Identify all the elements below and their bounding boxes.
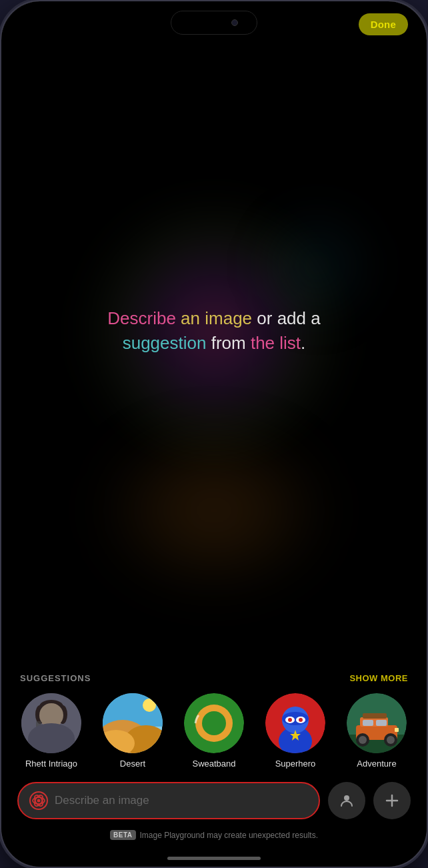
svg-point-18 xyxy=(202,711,226,735)
suggestion-name-rhett: Rhett Intriago xyxy=(25,759,77,769)
prompt-word-describe: Describe xyxy=(107,308,181,328)
svg-point-2 xyxy=(39,704,63,728)
svg-point-45 xyxy=(344,795,349,801)
svg-point-25 xyxy=(288,718,292,722)
svg-rect-34 xyxy=(376,720,387,726)
avatar-sweatband xyxy=(184,693,244,753)
home-indicator xyxy=(167,857,261,860)
suggestion-name-adventure: Adventure xyxy=(357,759,396,769)
phone-frame: Done Describe an image or add asuggestio… xyxy=(0,0,428,868)
suggestion-item-adventure[interactable]: Adventure xyxy=(340,693,413,769)
suggestions-label: SUGGESTIONS xyxy=(20,673,91,683)
show-more-button[interactable]: SHOW MORE xyxy=(349,673,408,683)
glow-bg-orange xyxy=(97,427,331,594)
done-button[interactable]: Done xyxy=(359,13,408,35)
person-icon xyxy=(339,793,355,809)
suggestion-name-desert: Desert xyxy=(120,759,145,769)
sparkle-icon xyxy=(29,791,48,810)
beta-text: Image Playground may create unexpected r… xyxy=(140,831,318,840)
describe-input-wrapper xyxy=(17,782,320,819)
avatar-superhero xyxy=(265,693,325,753)
avatar-adventure xyxy=(347,693,407,753)
suggestion-item-sweatband[interactable]: Sweatband xyxy=(177,693,251,769)
svg-point-36 xyxy=(359,736,367,744)
bottom-panel: SUGGESTIONS SHOW MORE xyxy=(1,660,427,867)
screen: Done Describe an image or add asuggestio… xyxy=(1,1,427,867)
camera-dot xyxy=(231,19,238,26)
prompt-text: Describe an image or add asuggestion fro… xyxy=(74,306,353,355)
prompt-word-image: an image xyxy=(181,308,252,328)
svg-point-7 xyxy=(51,713,61,722)
svg-point-38 xyxy=(387,736,395,744)
svg-point-5 xyxy=(58,705,67,724)
input-row xyxy=(15,782,413,827)
prompt-period: . xyxy=(301,333,305,353)
svg-point-6 xyxy=(42,713,51,722)
suggestion-item-desert[interactable]: Desert xyxy=(96,693,169,769)
suggestions-header: SUGGESTIONS SHOW MORE xyxy=(15,660,413,693)
suggestions-row: Rhett Intriago xyxy=(15,693,413,782)
svg-point-44 xyxy=(37,799,41,803)
main-content: Describe an image or add asuggestion fro… xyxy=(1,1,427,867)
svg-point-3 xyxy=(39,700,63,713)
person-button[interactable] xyxy=(328,782,365,819)
describe-input[interactable] xyxy=(55,794,308,807)
dynamic-island xyxy=(171,11,257,35)
suggestion-item-rhett[interactable]: Rhett Intriago xyxy=(15,693,88,769)
beta-badge: BETA xyxy=(110,830,135,840)
svg-rect-32 xyxy=(363,713,387,719)
suggestion-name-sweatband: Sweatband xyxy=(192,759,235,769)
prompt-word-or-add: or add a xyxy=(252,308,321,328)
svg-point-1 xyxy=(30,731,73,753)
prompt-word-from: from xyxy=(206,333,250,353)
prompt-word-list: the list xyxy=(251,333,301,353)
svg-rect-39 xyxy=(395,728,399,732)
suggestion-item-superhero[interactable]: Superhero xyxy=(259,693,332,769)
svg-rect-9 xyxy=(36,721,41,729)
svg-point-4 xyxy=(35,705,45,724)
suggestion-name-superhero: Superhero xyxy=(275,759,316,769)
plus-icon xyxy=(385,793,399,808)
avatar-rhett xyxy=(21,693,81,753)
svg-point-15 xyxy=(143,699,156,712)
svg-rect-33 xyxy=(363,720,373,726)
svg-point-26 xyxy=(299,718,303,722)
glow-area: Describe an image or add asuggestion fro… xyxy=(1,1,427,660)
avatar-desert xyxy=(103,693,163,753)
beta-notice: BETA Image Playground may create unexpec… xyxy=(15,827,413,847)
add-button[interactable] xyxy=(373,782,411,819)
prompt-word-suggestion: suggestion xyxy=(123,333,207,353)
